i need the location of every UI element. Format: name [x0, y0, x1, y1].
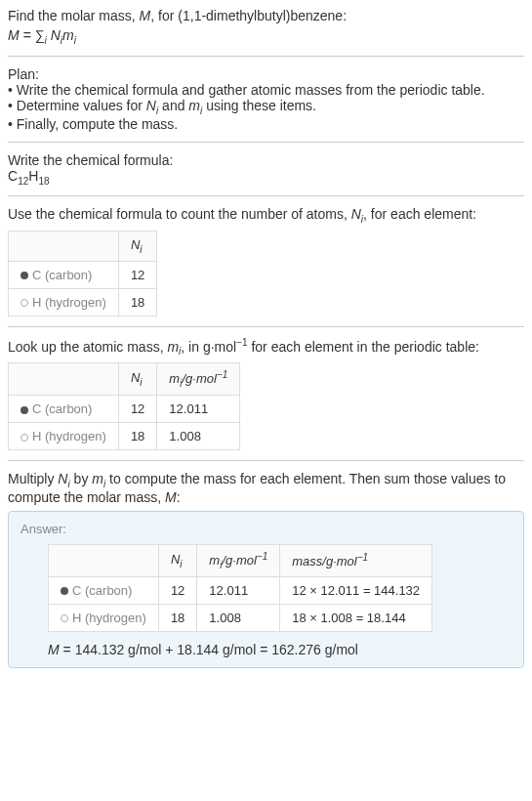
answer-table: Ni mi/g·mol−1 mass/g·mol−1 C (carbon) 12…	[48, 544, 432, 632]
element-cell: H (hydrogen)	[9, 423, 119, 450]
atomic-mass-section: Look up the atomic mass, mi, in g·mol−1 …	[8, 337, 524, 450]
plan-title: Plan:	[8, 66, 524, 82]
table-header-n: Ni	[118, 363, 156, 396]
element-cell: H (hydrogen)	[49, 604, 159, 631]
mass-value: 12 × 12.011 = 144.132	[280, 576, 432, 604]
table-row: H (hydrogen) 18 1.008 18 × 1.008 = 18.14…	[49, 604, 432, 631]
element-cell: C (carbon)	[9, 261, 119, 288]
m-value: 12.011	[157, 396, 240, 423]
answer-box: Answer: Ni mi/g·mol−1 mass/g·mol−1 C (ca…	[8, 511, 524, 668]
m-value: 1.008	[197, 604, 280, 631]
divider	[8, 326, 524, 327]
formula-m: m	[62, 27, 74, 43]
count-atoms-intro: Use the chemical formula to count the nu…	[8, 206, 524, 225]
divider	[8, 56, 524, 57]
table-row: C (carbon) 12 12.011 12 × 12.011 = 144.1…	[49, 576, 432, 604]
carbon-dot-icon	[20, 272, 28, 279]
table-header-mass: mass/g·mol−1	[280, 544, 432, 576]
hydrogen-dot-icon	[20, 299, 28, 307]
chem-formula-value: C12H18	[8, 168, 524, 187]
multiply-section: Multiply Ni by mi to compute the mass fo…	[8, 471, 524, 668]
plan-item-2: • Determine values for Ni and mi using t…	[8, 98, 524, 116]
plan-section: Plan: • Write the chemical formula and g…	[8, 66, 524, 132]
carbon-dot-icon	[20, 406, 28, 414]
table-row: H (hydrogen) 18 1.008	[9, 423, 240, 450]
mass-value: 18 × 1.008 = 18.144	[280, 604, 432, 631]
hydrogen-dot-icon	[20, 434, 28, 442]
intro-text-post: , for (1,1-dimethylbutyl)benzene:	[150, 8, 347, 23]
intro-section: Find the molar mass, M, for (1,1-dimethy…	[8, 8, 524, 46]
answer-label: Answer:	[20, 522, 512, 536]
table-header-row: Ni mi/g·mol−1	[9, 363, 240, 396]
formula-m-sub: i	[74, 35, 76, 46]
table-header-empty	[9, 363, 119, 396]
divider	[8, 195, 524, 196]
formula-n: N	[47, 27, 61, 43]
multiply-intro: Multiply Ni by mi to compute the mass fo…	[8, 471, 524, 505]
divider	[8, 460, 524, 461]
intro-formula: M = ∑i Nimi	[8, 27, 524, 46]
n-value: 12	[118, 396, 156, 423]
table-row: C (carbon) 12 12.011	[9, 396, 240, 423]
carbon-dot-icon	[61, 587, 68, 595]
intro-var-m: M	[140, 8, 151, 23]
chem-formula-title: Write the chemical formula:	[8, 152, 524, 168]
table-header-m: mi/g·mol−1	[157, 363, 240, 396]
n-value: 18	[118, 288, 156, 316]
element-cell: C (carbon)	[49, 576, 159, 604]
formula-sum: ∑	[35, 27, 45, 43]
n-value: 18	[118, 423, 156, 450]
table-header-n: Ni	[158, 544, 196, 576]
formula-lhs: M =	[8, 27, 35, 43]
m-value: 12.011	[197, 576, 280, 604]
atomic-mass-table: Ni mi/g·mol−1 C (carbon) 12 12.011 H (hy…	[8, 362, 240, 450]
table-header-row: Ni mi/g·mol−1 mass/g·mol−1	[49, 544, 432, 576]
table-row: C (carbon) 12	[9, 261, 157, 288]
count-atoms-section: Use the chemical formula to count the nu…	[8, 206, 524, 316]
n-value: 18	[158, 604, 196, 631]
element-cell: H (hydrogen)	[9, 288, 119, 316]
table-row: H (hydrogen) 18	[9, 288, 157, 316]
table-header-n: Ni	[118, 232, 156, 262]
m-value: 1.008	[157, 423, 240, 450]
plan-item-1: • Write the chemical formula and gather …	[8, 82, 524, 98]
count-atoms-table: Ni C (carbon) 12 H (hydrogen) 18	[8, 231, 157, 316]
intro-line: Find the molar mass, M, for (1,1-dimethy…	[8, 8, 524, 23]
n-value: 12	[118, 261, 156, 288]
hydrogen-dot-icon	[61, 614, 68, 622]
element-cell: C (carbon)	[9, 396, 119, 423]
table-header-empty	[9, 232, 119, 262]
final-equation: M = 144.132 g/mol + 18.144 g/mol = 162.2…	[48, 642, 512, 657]
table-header-empty	[49, 544, 159, 576]
n-value: 12	[158, 576, 196, 604]
table-header-row: Ni	[9, 232, 157, 262]
intro-text-pre: Find the molar mass,	[8, 8, 140, 23]
atomic-mass-intro: Look up the atomic mass, mi, in g·mol−1 …	[8, 337, 524, 357]
chem-formula-section: Write the chemical formula: C12H18	[8, 152, 524, 187]
table-header-m: mi/g·mol−1	[197, 544, 280, 576]
plan-item-3: • Finally, compute the mass.	[8, 116, 524, 132]
divider	[8, 142, 524, 143]
